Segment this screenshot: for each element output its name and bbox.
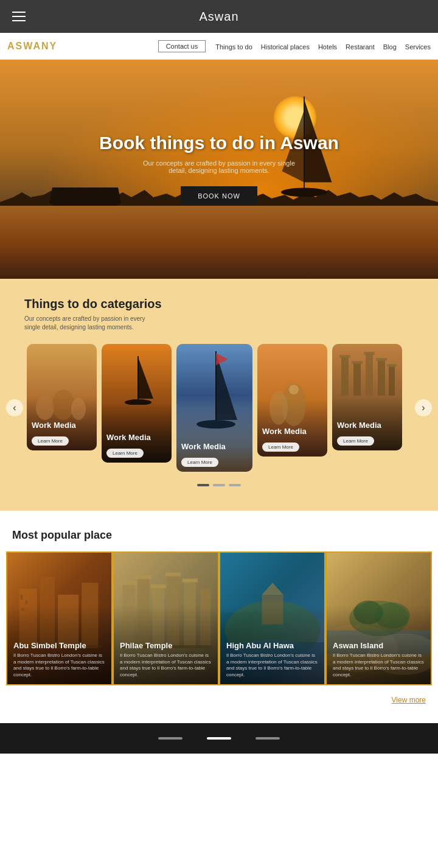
carousel-item-4-btn[interactable]: Learn More xyxy=(262,443,299,452)
carousel-dots xyxy=(0,484,438,486)
svg-point-9 xyxy=(125,399,151,405)
carousel-next-arrow[interactable]: › xyxy=(415,399,432,416)
carousel-item-3[interactable]: Work Media Learn More xyxy=(176,344,252,472)
view-more-link[interactable]: View more xyxy=(392,696,426,704)
app-title: Aswan xyxy=(199,10,238,24)
svg-point-12 xyxy=(196,420,235,429)
carousel-item-4-content: Work Media Learn More xyxy=(262,427,322,452)
svg-rect-17 xyxy=(341,356,349,396)
svg-rect-24 xyxy=(364,352,375,355)
nav-link-hotels[interactable]: Hotels xyxy=(318,43,337,51)
carousel-item-5-content: Work Media Learn More xyxy=(337,421,397,446)
popular-footer: View more xyxy=(0,685,438,711)
dot-3[interactable] xyxy=(229,484,241,486)
book-now-button[interactable]: BOOK NOW xyxy=(181,186,257,206)
hero-content: Book things to do in Aswan Our concepts … xyxy=(99,133,339,206)
carousel-prev-arrow[interactable]: ‹ xyxy=(6,399,23,416)
nav-link-blog[interactable]: Blog xyxy=(383,43,397,51)
svg-point-6 xyxy=(71,398,86,420)
carousel-item-5[interactable]: Work Media Learn More xyxy=(332,344,402,450)
svg-rect-25 xyxy=(376,358,387,361)
nav-link-restaurant[interactable]: Restarant xyxy=(346,43,375,51)
hero-title: Book things to do in Aswan xyxy=(99,133,339,153)
carousel-item-2-btn[interactable]: Learn More xyxy=(106,449,144,458)
nav-link-things[interactable]: Things to do xyxy=(215,43,252,51)
carousel-item-1[interactable]: Work Media Learn More xyxy=(27,344,97,450)
place-card-3-name: High Abu Al Hawa xyxy=(226,641,318,650)
place-card-1-name: Abu Simbel Temple xyxy=(13,641,105,650)
place-card-2-desc: Il Borro Tuscan Bistro London's cuisine … xyxy=(120,653,212,678)
carousel-item-3-btn[interactable]: Learn More xyxy=(181,458,218,467)
nav-bar: ASWANY Contact us Things to do Historica… xyxy=(0,33,438,60)
contact-button[interactable]: Contact us xyxy=(158,40,206,52)
carousel-item-2-label: Work Media xyxy=(106,433,167,443)
categories-title: Things to do categarios xyxy=(24,297,414,311)
svg-marker-13 xyxy=(216,353,228,365)
hero-section: Book things to do in Aswan Our concepts … xyxy=(0,60,438,279)
place-card-4[interactable]: Aswan Island Il Borro Tuscan Bistro Lond… xyxy=(325,551,432,685)
categories-header: Things to do categarios Our concepts are… xyxy=(0,297,438,344)
popular-header: Most popular place xyxy=(0,529,438,551)
nav-link-historical[interactable]: Historical places xyxy=(261,43,310,51)
dot-1[interactable] xyxy=(197,484,209,486)
svg-rect-18 xyxy=(353,362,361,396)
place-card-2-content: Philae Temple Il Borro Tuscan Bistro Lon… xyxy=(114,635,218,684)
bottom-indicator-2 xyxy=(207,737,231,740)
place-card-2[interactable]: Philae Temple Il Borro Tuscan Bistro Lon… xyxy=(113,551,219,685)
hamburger-menu[interactable] xyxy=(12,12,26,21)
svg-rect-23 xyxy=(352,361,363,364)
svg-rect-22 xyxy=(339,355,350,358)
place-card-1-desc: Il Borro Tuscan Bistro London's cuisine … xyxy=(13,653,105,678)
place-card-1-content: Abu Simbel Temple Il Borro Tuscan Bistro… xyxy=(7,635,111,684)
bottom-indicator-1 xyxy=(158,737,182,740)
carousel-item-5-btn[interactable]: Learn More xyxy=(337,436,374,446)
nav-link-services[interactable]: Services xyxy=(405,43,431,51)
nav-logo: ASWANY xyxy=(7,41,57,52)
svg-point-4 xyxy=(36,396,54,420)
svg-point-15 xyxy=(269,391,288,425)
categories-subtitle: Our concepts are crafted by passion in e… xyxy=(24,315,146,332)
hero-water xyxy=(0,206,438,279)
top-bar: Aswan xyxy=(0,0,438,33)
place-card-3[interactable]: High Abu Al Hawa Il Borro Tuscan Bistro … xyxy=(219,551,325,685)
nav-links: Things to do Historical places Hotels Re… xyxy=(215,41,431,52)
svg-point-5 xyxy=(52,390,74,420)
place-card-4-desc: Il Borro Tuscan Bistro London's cuisine … xyxy=(333,653,425,678)
bottom-bar xyxy=(0,723,438,754)
carousel-item-1-label: Work Media xyxy=(32,421,92,430)
carousel-item-1-btn[interactable]: Learn More xyxy=(32,436,69,446)
carousel-item-3-label: Work Media xyxy=(181,442,248,452)
place-card-1[interactable]: Abu Simbel Temple Il Borro Tuscan Bistro… xyxy=(6,551,113,685)
svg-point-16 xyxy=(289,385,299,394)
categories-carousel: ‹ Work Media Learn More xyxy=(0,344,438,472)
place-card-3-content: High Abu Al Hawa Il Borro Tuscan Bistro … xyxy=(220,635,324,684)
carousel-item-2[interactable]: Work Media Learn More xyxy=(102,344,172,463)
categories-section: Things to do categarios Our concepts are… xyxy=(0,279,438,511)
place-card-4-content: Aswan Island Il Borro Tuscan Bistro Lond… xyxy=(327,635,431,684)
carousel-item-4[interactable]: Work Media Learn More xyxy=(257,344,327,457)
svg-rect-20 xyxy=(378,359,385,396)
carousel-item-5-label: Work Media xyxy=(337,421,397,430)
dot-2[interactable] xyxy=(213,484,225,486)
svg-rect-19 xyxy=(366,353,373,396)
svg-rect-26 xyxy=(387,364,397,367)
bottom-indicator-3 xyxy=(255,737,280,740)
carousel-item-2-content: Work Media Learn More xyxy=(106,433,167,458)
svg-marker-7 xyxy=(138,357,153,399)
carousel-item-1-content: Work Media Learn More xyxy=(32,421,92,446)
popular-cards: Abu Simbel Temple Il Borro Tuscan Bistro… xyxy=(0,551,438,685)
carousel-item-4-label: Work Media xyxy=(262,427,322,436)
popular-section: Most popular place Abu Simbel Temple Il … xyxy=(0,511,438,723)
carousel-item-3-content: Work Media Learn More xyxy=(181,442,248,467)
place-card-4-name: Aswan Island xyxy=(333,641,425,650)
hero-subtitle: Our concepts are crafted by passion in e… xyxy=(134,159,304,174)
place-card-3-desc: Il Borro Tuscan Bistro London's cuisine … xyxy=(226,653,318,678)
svg-rect-21 xyxy=(389,365,395,396)
popular-title: Most popular place xyxy=(12,529,426,542)
carousel-items: Work Media Learn More Work Media Learn M… xyxy=(23,344,415,472)
place-card-2-name: Philae Temple xyxy=(120,641,212,650)
